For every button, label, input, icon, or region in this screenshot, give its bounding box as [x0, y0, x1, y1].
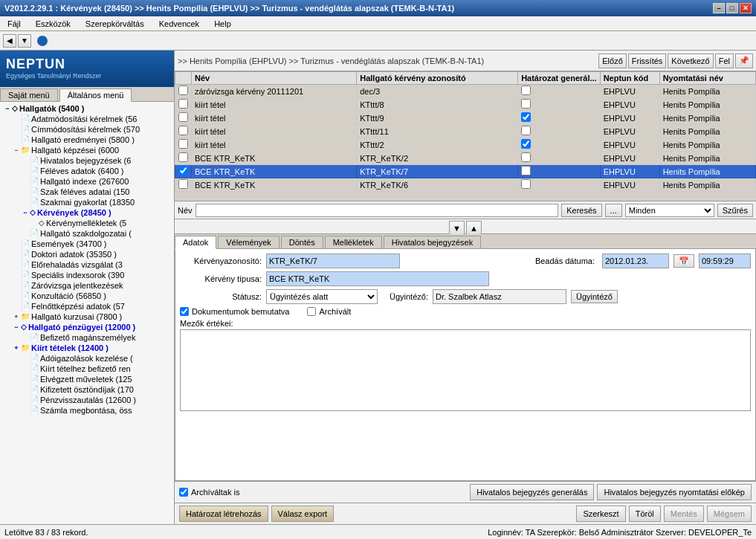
filter-select[interactable]: Minden	[625, 204, 714, 217]
field-kerveny-tipusa[interactable]	[266, 271, 489, 286]
tree-kirt-tetelek[interactable]: + 📁 Kiírt tételek (12400 )	[1, 343, 172, 353]
table-row[interactable]: záróvizsga kérvény 20111201dec/3EHPLVUHe…	[175, 85, 756, 98]
filter-button[interactable]: Szűrés	[717, 204, 753, 217]
table-row[interactable]: kiírt tételKTttt/8EHPLVUHenits Pompília	[175, 98, 756, 112]
row-checkbox[interactable]	[178, 126, 188, 135]
tree-zarovizsga[interactable]: 📄 Záróvizsga jelentkezések	[1, 280, 172, 291]
tree-kurzusai[interactable]: + 📁 Hallgató kurzusai (7800 )	[1, 312, 172, 322]
up-btn[interactable]: Fel	[715, 54, 734, 68]
hatarozat-checkbox[interactable]	[521, 139, 531, 149]
row-checkbox[interactable]	[178, 85, 188, 95]
next-btn[interactable]: Következő	[668, 54, 713, 68]
table-row[interactable]: kiírt tételKTttt/11EHPLVUHenits Pompília	[175, 125, 756, 138]
menu-roles[interactable]: Szerepkörváltás	[81, 18, 149, 30]
torol-btn[interactable]: Töröl	[629, 506, 661, 522]
table-row[interactable]: kiírt tételKTttt/9EHPLVUHenits Pompília	[175, 112, 756, 125]
tree-befizeto[interactable]: 📄 Befizető magánszemélyek	[1, 332, 172, 343]
date-picker-btn[interactable]: 📅	[673, 254, 694, 268]
hatarozat-checkbox[interactable]	[521, 112, 531, 122]
hatarozat-btn[interactable]: Határozat létrehozás	[179, 506, 268, 522]
hatarozat-checkbox[interactable]	[521, 179, 531, 189]
col-nev[interactable]: Név	[192, 72, 357, 85]
hatarozat-checkbox[interactable]	[521, 166, 531, 175]
tree-feleves-adatok[interactable]: 📄 Féléves adatok (6400 )	[1, 166, 172, 176]
tree-kervenymellekletek[interactable]: ◇ Kérvénymellékletek (5	[1, 218, 172, 228]
table-row[interactable]: kiírt tételKTttt/2EHPLVUHenits Pompília	[175, 138, 756, 152]
megsem-btn[interactable]: Mégsem	[707, 506, 752, 522]
tree-specialis[interactable]: 📄 Speciális indexsorok (390	[1, 270, 172, 280]
tree-kervenyek[interactable]: − ◇ Kérvények (28450 )	[1, 207, 172, 218]
tree-felnottkepzes[interactable]: 📄 Felnőttképzési adatok (57	[1, 301, 172, 312]
menu-file[interactable]: Fájl	[3, 18, 25, 30]
col-hatarozat[interactable]: Határozat generál...	[518, 72, 600, 85]
field-kervenyazonosito[interactable]	[266, 254, 400, 268]
hatarozat-checkbox[interactable]	[521, 85, 531, 95]
tree-cimmodositas[interactable]: 📄 Címmódosítási kérelmek (570	[1, 124, 172, 135]
tree-hivatalos-bejegyzesek[interactable]: 📄 Hivatalos bejegyzések (6	[1, 155, 172, 166]
ugyintező-btn[interactable]: Ügyintéző	[571, 290, 618, 303]
tree-penzugyek[interactable]: − ◇ Hallgató pénzügyei (12000 )	[1, 322, 172, 332]
cb-dokumentumok[interactable]	[180, 307, 189, 316]
valasz-export-btn[interactable]: Válasz export	[271, 506, 335, 522]
row-checkbox[interactable]	[178, 99, 188, 109]
tree-konzultacio[interactable]: 📄 Konzultáció (56850 )	[1, 291, 172, 301]
tree-elvegzett[interactable]: 📄 Elvégzett műveletek (125	[1, 374, 172, 384]
maximize-btn[interactable]: □	[726, 3, 738, 13]
tree-esemenyek[interactable]: 📄 Események (34700 )	[1, 239, 172, 249]
hatarozat-checkbox[interactable]	[521, 126, 531, 135]
hiv-nyomtatas-btn[interactable]: Hivatalos bejegyzés nyomtatási előkép	[597, 484, 752, 500]
tree-adoigazolas[interactable]: 📄 Adóigazolások kezelése (	[1, 353, 172, 364]
row-checkbox[interactable]	[178, 139, 188, 149]
pin-btn[interactable]: 📌	[735, 54, 753, 68]
szerkeszt-btn[interactable]: Szerkeszt	[576, 506, 625, 522]
table-row[interactable]: BCE KTR_KeTKKTR_KeTK/2EHPLVUHenits Pompí…	[175, 152, 756, 165]
cb-archivaltak-is[interactable]	[179, 488, 188, 497]
nav-up-btn[interactable]: ▲	[466, 221, 482, 236]
tree-doktori[interactable]: 📄 Doktori adatok (35350 )	[1, 249, 172, 259]
hatarozat-checkbox[interactable]	[521, 99, 531, 109]
tree-kifizetett[interactable]: 📄 Kifizetett ösztöndíjak (170	[1, 384, 172, 395]
row-checkbox[interactable]	[178, 112, 188, 122]
menu-help[interactable]: Help	[210, 18, 236, 30]
refresh-btn[interactable]: Frissítés	[628, 54, 667, 68]
search-input[interactable]	[196, 204, 559, 217]
search-dot-btn[interactable]: ...	[605, 204, 622, 217]
minimize-btn[interactable]: –	[713, 3, 725, 13]
tree-elorehaladas[interactable]: 📄 Előrehaladás vizsgálat (3	[1, 259, 172, 270]
row-checkbox[interactable]	[178, 166, 188, 175]
tree-szakdolgozat[interactable]: 📄 Hallgató szakdolgozatai (	[1, 228, 172, 239]
field-beadas-date[interactable]	[602, 254, 669, 268]
tab-sajat-menu[interactable]: Saját menü	[0, 88, 58, 101]
select-statusz[interactable]: Ügyintézés alatt	[266, 289, 378, 304]
prev-btn[interactable]: Előző	[598, 54, 627, 68]
nav-down-btn[interactable]: ▼	[449, 221, 465, 236]
tree-hallgatok[interactable]: − ◇ Hallgatók (5400 )	[1, 103, 172, 114]
row-checkbox[interactable]	[178, 152, 188, 162]
tree-adatmodositas[interactable]: 📄 Adatmódosítási kérelmek (56	[1, 114, 172, 124]
tree-penzvisszautalas[interactable]: 📄 Pénzvisszautalás (12600 )	[1, 395, 172, 405]
search-button[interactable]: Keresés	[561, 204, 601, 217]
cb-archivalt[interactable]	[307, 307, 316, 316]
table-row[interactable]: BCE KTR_KeTKKTR_KeTK/6EHPLVUHenits Pompí…	[175, 178, 756, 192]
tab-adatok[interactable]: Adatok	[175, 236, 216, 249]
field-beadas-time[interactable]	[699, 254, 751, 268]
mentes-btn[interactable]: Mentés	[664, 506, 704, 522]
tree-szakmai-gyakorlat[interactable]: 📄 Szakmai gyakorlat (18350	[1, 197, 172, 207]
col-neptun[interactable]: Neptun kód	[600, 72, 659, 85]
tab-mellekletek[interactable]: Mellékletek	[325, 236, 382, 248]
tree-kirt-tetelhez[interactable]: 📄 Kiírt tételhez befizető ren	[1, 364, 172, 374]
col-id[interactable]: Hallgató kérvény azonosító	[357, 72, 518, 85]
col-nyomtatasi[interactable]: Nyomtatási név	[659, 72, 755, 85]
tree-hallgato-eredmenyei[interactable]: 📄 Hallgató eredményei (5800 )	[1, 135, 172, 145]
back-btn[interactable]: ◀	[3, 34, 16, 48]
tab-velemenyek[interactable]: Vélemények	[218, 236, 280, 248]
row-checkbox[interactable]	[178, 179, 188, 189]
table-row[interactable]: BCE KTR_KeTKKTR_KeTK/7EHPLVUHenits Pompí…	[175, 165, 756, 178]
forward-btn[interactable]: ▼	[18, 34, 31, 48]
tab-hiv-bejegyzes[interactable]: Hivatalos bejegyzések	[384, 236, 481, 248]
tab-dontes[interactable]: Döntés	[281, 236, 323, 248]
close-btn[interactable]: ✕	[740, 3, 752, 13]
table-scroll[interactable]: Név Hallgató kérvény azonosító Határozat…	[175, 71, 756, 201]
mezok-textarea[interactable]	[180, 329, 751, 411]
menu-tools[interactable]: Eszközök	[31, 18, 75, 30]
